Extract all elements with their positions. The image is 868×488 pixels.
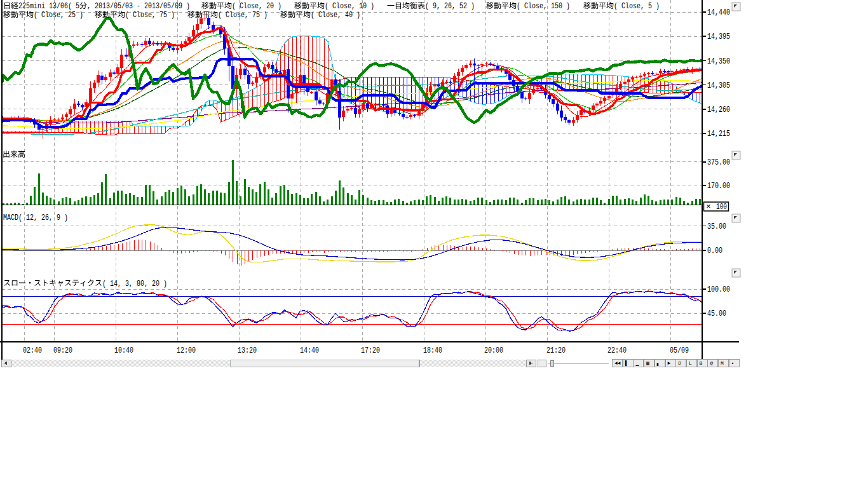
svg-text:375.00: 375.00: [707, 158, 730, 167]
svg-text:35.00: 35.00: [707, 222, 726, 231]
svg-text:▦: ▦: [646, 360, 649, 366]
svg-text:12:00: 12:00: [177, 346, 196, 355]
svg-text:14:40: 14:40: [300, 346, 319, 355]
svg-text:( 9, 26, 52 ): ( 9, 26, 52 ): [425, 1, 475, 11]
svg-text:▌: ▌: [625, 360, 628, 367]
svg-text:, 2013/05/03 - 2013/05/09 ): , 2013/05/03 - 2013/05/09 ): [87, 1, 190, 11]
svg-text:( Close, 150 ): ( Close, 150 ): [517, 1, 570, 11]
svg-text:225mini 13/06( 5: 225mini 13/06( 5: [18, 1, 79, 11]
svg-text:14,215: 14,215: [707, 129, 730, 139]
svg-text:×: ×: [706, 202, 711, 212]
svg-text:170.00: 170.00: [707, 181, 730, 191]
svg-text:14,260: 14,260: [707, 105, 730, 114]
svg-text:◄◄: ◄◄: [614, 360, 621, 366]
svg-text:( Close, 75 ): ( Close, 75 ): [125, 10, 175, 20]
svg-text:09:20: 09:20: [53, 346, 72, 355]
svg-text:22:40: 22:40: [607, 346, 627, 355]
svg-text:B: B: [700, 360, 703, 366]
svg-text:( Close, 5 ): ( Close, 5 ): [614, 1, 660, 11]
svg-text:14,305: 14,305: [707, 81, 730, 90]
svg-text:20:00: 20:00: [484, 346, 503, 355]
svg-text:( Close, 10 ): ( Close, 10 ): [325, 1, 374, 11]
svg-text:05/09: 05/09: [670, 346, 689, 355]
svg-text:21:20: 21:20: [546, 346, 566, 355]
svg-text:( Close, 25 ): ( Close, 25 ): [34, 10, 83, 20]
svg-text:D: D: [678, 360, 681, 366]
svg-text:18:40: 18:40: [423, 346, 442, 355]
svg-text:MACD( 12, 26, 9 ): MACD( 12, 26, 9 ): [3, 213, 68, 222]
svg-text:( Close, 20 ): ( Close, 20 ): [232, 1, 281, 11]
svg-text:45.00: 45.00: [707, 309, 726, 318]
svg-text:100: 100: [716, 202, 727, 212]
svg-text:100.00: 100.00: [707, 285, 730, 294]
svg-text:0.00: 0.00: [707, 246, 722, 255]
svg-text:( Close, 40 ): ( Close, 40 ): [311, 10, 360, 20]
svg-text:▪: ▪: [731, 360, 735, 366]
svg-text:L: L: [689, 360, 692, 366]
svg-text:( 14, 3, 80, 20 ): ( 14, 3, 80, 20 ): [102, 279, 167, 288]
svg-text:▖: ▖: [656, 360, 660, 366]
svg-text:14,395: 14,395: [707, 32, 730, 41]
svg-text:( Close, 75 ): ( Close, 75 ): [218, 10, 268, 20]
svg-text:02:40: 02:40: [23, 346, 42, 355]
svg-text:13:20: 13:20: [238, 346, 257, 355]
svg-text:10:40: 10:40: [114, 346, 133, 355]
svg-text:14,350: 14,350: [707, 57, 730, 66]
svg-text:@: @: [710, 360, 713, 366]
svg-text:17:20: 17:20: [361, 346, 380, 355]
svg-text:►: ►: [668, 360, 671, 366]
svg-text:14,440: 14,440: [707, 8, 730, 17]
svg-text:M: M: [721, 360, 724, 366]
svg-text:▁: ▁: [635, 360, 639, 366]
